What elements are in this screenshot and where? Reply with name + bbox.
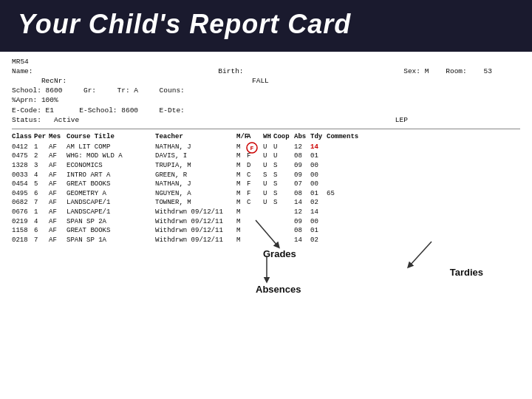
table-row: 0682 7 AF LANDSCAPE/1 TOWNER, M M C U S … [12, 198, 520, 208]
annotations-area: Grades Tardies [12, 248, 520, 307]
absences-annotation: Absences [256, 283, 301, 296]
table-row: 0475 2 AF WHG: MOD WLD A DAVIS, I M F U … [12, 151, 520, 161]
table-row: 1328 3 AF ECONOMICS TRUPIA, M M D U S 09… [12, 161, 520, 171]
student-school-line: School: 8600 Gr: Tr: A Couns: %Aprn: 100… [12, 86, 520, 106]
table-row: 0412 1 AF AM LIT COMP NATHAN, J M F U U … [12, 143, 520, 152]
table-row: 0454 5 AF GREAT BOOKS NATHAN, J M F U S … [12, 180, 520, 189]
student-ecode-line: E-Code: E1 E-School: 8600 E-Dte: Status:… [12, 106, 520, 126]
table-row: 0495 6 AF GEOMETRY A NGUYEN, A M F U S 0… [12, 189, 520, 199]
table-header: Class Per Mes Course Title Teacher M/F A… [12, 132, 520, 141]
report-body: MR54 Name: Birth: Sex: M Room: 53 [0, 52, 532, 399]
svg-line-3 [409, 242, 432, 266]
grades-arrow [248, 216, 307, 250]
student-info-left: MR54 Name: Birth: Sex: M Room: 53 [12, 58, 520, 86]
tardies-annotation: Tardies [450, 266, 483, 279]
tardies-arrow [387, 238, 439, 271]
page-title: Your Child's Report Card [18, 9, 351, 39]
absences-label: Absences [256, 284, 301, 295]
table-row: 0033 4 AF INTRO ART A GREEN, R M C S S 0… [12, 171, 520, 180]
tardies-label: Tardies [450, 267, 483, 278]
page: Your Child's Report Card MR54 Name: Birt… [0, 0, 532, 399]
divider [12, 129, 520, 129]
table-row: 0676 1 AF LANDSCAPE/1 Withdrwn 09/12/11 … [12, 208, 520, 217]
header: Your Child's Report Card [0, 0, 532, 52]
absences-arrow [252, 252, 311, 285]
grade-f-circle-1: F [246, 142, 258, 154]
svg-text:F: F [250, 145, 254, 151]
status-badge: Active [54, 116, 79, 124]
svg-line-2 [256, 220, 278, 246]
